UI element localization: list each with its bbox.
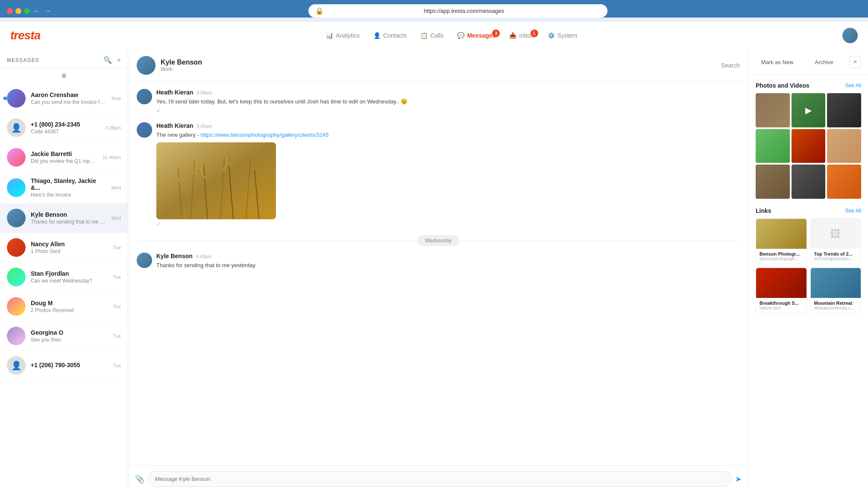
contact-preview: 1 Photo Sent [31, 248, 108, 254]
avatar [137, 122, 152, 138]
link-thumbnail: 🖼 [811, 219, 861, 249]
contact-info: Doug M 2 Photos Received [31, 300, 108, 313]
link-thumbnail [811, 268, 861, 298]
chat-search-button[interactable]: Search [721, 62, 740, 69]
message-sender: Heath Kieran [156, 122, 193, 129]
photo-thumb[interactable] [792, 165, 826, 199]
list-item[interactable]: Doug M 2 Photos Received Tue [0, 292, 128, 321]
nav-contacts[interactable]: 👤 Contacts [373, 32, 407, 39]
analytics-icon: 📊 [326, 32, 333, 39]
nav-calls[interactable]: 📋 Calls [420, 32, 443, 39]
list-item[interactable]: Kyle Benson Thanks for sending that to m… [0, 203, 128, 233]
contact-preview: See you then [31, 337, 108, 343]
link-thumbnail [756, 219, 806, 249]
link-info: Top Trends of 2... technologytrendso... [811, 249, 861, 264]
unread-indicator [3, 97, 7, 100]
contact-preview: Code 44367 [31, 129, 100, 135]
links-see-all-button[interactable]: See All [845, 208, 861, 214]
contact-preview: Thanks for sending that to me y... [31, 219, 106, 225]
chat-header-info: Kyle Benson Work [161, 59, 716, 72]
search-button[interactable]: 🔍 [103, 56, 112, 64]
inbox-icon: 📥 [509, 32, 516, 39]
links-section-title: Links [756, 207, 771, 214]
link-card[interactable]: Breakthrough S... nature.com [756, 268, 807, 313]
nav-system[interactable]: ⚙️ System [548, 32, 578, 39]
message-content: Heath Kieran 9:06am Yes, I'll send later… [156, 89, 740, 114]
avatar: 👤 [7, 118, 26, 137]
contact-info: Kyle Benson Thanks for sending that to m… [31, 211, 106, 225]
forward-button[interactable]: → [44, 7, 51, 15]
messages-icon: 💬 [457, 32, 464, 39]
photos-section-title: Photos and Videos [756, 82, 809, 89]
message-time: 9:06am [196, 90, 212, 95]
minimize-button[interactable] [15, 8, 21, 14]
mark-as-new-button[interactable]: Mark as New [756, 59, 799, 65]
contact-preview: Did you review the Q1 report? [31, 158, 97, 164]
chat-messages: Heath Kieran 9:06am Yes, I'll send later… [128, 82, 748, 465]
message-sender: Kyle Benson [156, 253, 193, 259]
nav-analytics[interactable]: 📊 Analytics [326, 32, 360, 39]
photo-thumb[interactable] [756, 165, 790, 199]
contact-info: Stan Fjordlan Can we meet Wednesday? [31, 270, 108, 284]
panel-header: Mark as New Archive × [749, 49, 868, 75]
photos-section-header: Photos and Videos See All [756, 82, 861, 89]
list-item[interactable]: Jackie Barretti Did you review the Q1 re… [0, 143, 128, 172]
panel-body: Photos and Videos See All ▶ [749, 75, 868, 489]
filter-button[interactable]: ≡ [0, 68, 128, 84]
link-placeholder-icon: 🖼 [811, 219, 861, 249]
link-thumbnail [756, 268, 806, 298]
contact-preview: 2 Photos Received [31, 307, 108, 313]
list-item[interactable]: Nancy Allen 1 Photo Sent Tue [0, 233, 128, 262]
photo-thumb[interactable] [756, 129, 790, 163]
list-item[interactable]: Stan Fjordlan Can we meet Wednesday? Tue [0, 262, 128, 292]
avatar [7, 268, 26, 286]
attach-button[interactable]: 📎 [135, 474, 144, 484]
app-logo: tresta [10, 29, 40, 42]
nav-inbox[interactable]: 📥 Inbox 5 [509, 32, 534, 39]
message-header: Heath Kieran 9:06am [156, 89, 740, 96]
contact-time: 3:28pm [105, 125, 121, 130]
message-link[interactable]: https://www.bensonphotography/gallery/cl… [200, 132, 328, 138]
message-input[interactable] [148, 471, 732, 487]
contact-name: Thiago, Stanley, Jackie &... [31, 177, 106, 191]
chat-contact-name: Kyle Benson [161, 59, 716, 66]
photo-thumb[interactable] [827, 93, 861, 127]
maximize-button[interactable] [24, 8, 30, 14]
list-item[interactable]: 👤 +1 (206) 790-3055 Tue [0, 351, 128, 380]
url-bar[interactable]: https://app.tresta.com/messages [327, 8, 601, 14]
link-card[interactable]: 🖼 Top Trends of 2... technologytrendso..… [810, 218, 862, 264]
link-card[interactable]: Mountain Retreat skiseasonretreats.c... [810, 268, 862, 313]
photo-thumb[interactable] [792, 129, 826, 163]
link-card[interactable]: Benson Photogr... bensonphotograph... [756, 218, 807, 264]
close-panel-button[interactable]: × [849, 56, 861, 68]
add-conversation-button[interactable]: + [117, 56, 121, 64]
back-button[interactable]: ← [33, 7, 40, 15]
contact-name: Aaron Crenshaw [31, 91, 106, 98]
send-button[interactable]: ➤ [735, 474, 742, 484]
list-item[interactable]: Thiago, Stanley, Jackie &... Here's the … [0, 172, 128, 203]
contact-name: Doug M [31, 300, 108, 306]
contact-info: Aaron Crenshaw Can you send me the invoi… [31, 91, 106, 105]
photos-see-all-button[interactable]: See All [845, 82, 861, 88]
archive-button[interactable]: Archive [803, 59, 846, 65]
photo-thumb[interactable]: ▶ [792, 93, 826, 127]
message-header: Heath Kieran 9:05am [156, 122, 740, 129]
right-panel: Mark as New Archive × Photos and Videos … [748, 49, 868, 489]
photo-thumb[interactable] [827, 129, 861, 163]
close-button[interactable] [7, 8, 13, 14]
photo-thumb[interactable] [756, 93, 790, 127]
contact-time: Tue [113, 304, 121, 309]
list-item[interactable]: Georgina O See you then Tue [0, 321, 128, 351]
contacts-icon: 👤 [373, 32, 381, 39]
message-text: The new gallery - https://www.bensonphot… [156, 131, 740, 139]
list-item[interactable]: Aaron Crenshaw Can you send me the invoi… [0, 84, 128, 113]
day-divider-label: Wednesday [417, 236, 459, 246]
photo-thumb[interactable] [827, 165, 861, 199]
avatar-placeholder: 👤 [7, 118, 26, 137]
user-avatar[interactable] [842, 28, 858, 43]
nav-messages[interactable]: 💬 Messages 3 [457, 32, 496, 39]
list-item[interactable]: 👤 +1 (800) 234-2345 Code 44367 3:28pm [0, 113, 128, 143]
chat-area: Kyle Benson Work Search Heath Kieran 9:0… [128, 49, 748, 489]
photos-grid: ▶ [756, 93, 861, 199]
calls-icon: 📋 [420, 32, 428, 39]
